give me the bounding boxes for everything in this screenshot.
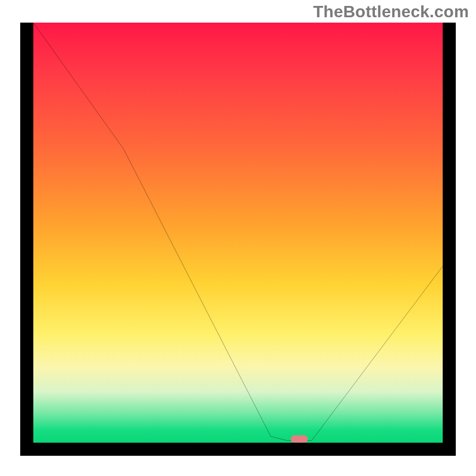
chart-black-border	[20, 23, 456, 456]
chart-frame: TheBottleneck.com	[0, 0, 476, 476]
watermark-text: TheBottleneck.com	[313, 2, 469, 21]
optimal-point-marker	[291, 436, 308, 443]
bottleneck-curve	[33, 23, 443, 443]
chart-plot-area	[33, 23, 443, 443]
